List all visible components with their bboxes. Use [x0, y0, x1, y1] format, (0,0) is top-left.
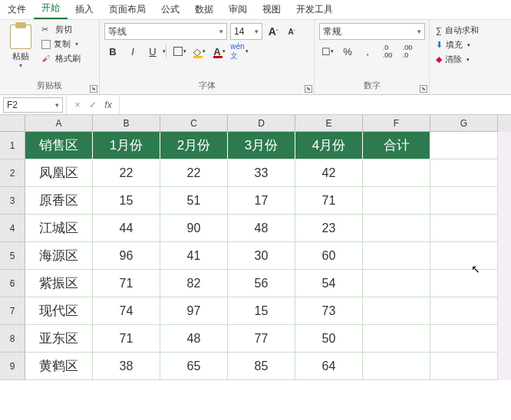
cell[interactable]: 现代区: [25, 297, 93, 325]
row-header[interactable]: 2: [0, 159, 25, 187]
cell[interactable]: 22: [160, 159, 228, 187]
tab-公式[interactable]: 公式: [153, 0, 187, 19]
cell[interactable]: [363, 353, 430, 380]
increase-font-button[interactable]: Aˆ: [265, 23, 281, 40]
paste-button[interactable]: 粘贴 ▾: [5, 23, 37, 71]
cell[interactable]: 56: [228, 270, 295, 297]
cell[interactable]: 1月份: [93, 132, 160, 159]
cell[interactable]: [430, 270, 498, 297]
cell[interactable]: 15: [93, 187, 160, 215]
font-dialog-launcher[interactable]: ⬊: [305, 85, 312, 93]
row-header[interactable]: 4: [0, 215, 25, 242]
decrease-decimal-button[interactable]: .00.0: [399, 43, 416, 60]
phonetic-button[interactable]: wén文▾: [231, 43, 248, 60]
cancel-formula-button[interactable]: ×: [71, 100, 84, 110]
fill-button[interactable]: ⬇填充▾: [434, 38, 498, 52]
column-header[interactable]: G: [430, 115, 498, 132]
cell[interactable]: 51: [160, 187, 228, 215]
bold-button[interactable]: B: [104, 43, 121, 60]
cell[interactable]: 亚东区: [25, 325, 93, 353]
cell[interactable]: 48: [228, 215, 295, 242]
select-all-corner[interactable]: [0, 115, 25, 132]
copy-button[interactable]: 复制▾: [40, 38, 82, 51]
cell[interactable]: 71: [93, 270, 160, 297]
row-header[interactable]: 5: [0, 242, 25, 270]
cell[interactable]: [363, 325, 430, 353]
percent-button[interactable]: %: [339, 43, 356, 60]
row-header[interactable]: 7: [0, 297, 25, 325]
cell[interactable]: [363, 270, 430, 297]
currency-button[interactable]: ☐▾: [319, 43, 336, 60]
cell[interactable]: 黄鹤区: [25, 353, 93, 380]
decrease-font-button[interactable]: Aˇ: [284, 23, 299, 40]
cell[interactable]: [430, 325, 498, 353]
row-header[interactable]: 1: [0, 132, 25, 159]
underline-button[interactable]: U▾: [144, 43, 161, 60]
tab-页面布局[interactable]: 页面布局: [101, 0, 153, 19]
number-dialog-launcher[interactable]: ⬊: [420, 85, 427, 93]
cell[interactable]: 48: [160, 325, 228, 353]
cell[interactable]: 销售区: [25, 132, 93, 159]
column-header[interactable]: E: [295, 115, 363, 132]
cell[interactable]: 82: [160, 270, 228, 297]
row-header[interactable]: 9: [0, 353, 25, 380]
number-format-select[interactable]: 常规▾: [319, 23, 425, 40]
cell[interactable]: [430, 159, 498, 187]
cell[interactable]: 60: [295, 242, 363, 270]
cell[interactable]: 90: [160, 215, 228, 242]
autosum-button[interactable]: ∑自动求和: [434, 23, 498, 38]
cell[interactable]: 96: [93, 242, 160, 270]
cell[interactable]: 73: [295, 297, 363, 325]
cell[interactable]: [363, 159, 430, 187]
font-color-button[interactable]: A▾: [211, 43, 228, 60]
formula-input[interactable]: [120, 97, 511, 113]
cell[interactable]: 41: [160, 242, 228, 270]
font-size-select[interactable]: 14▾: [230, 23, 262, 40]
font-name-select[interactable]: 等线▾: [104, 23, 227, 40]
cell[interactable]: 海源区: [25, 242, 93, 270]
tab-审阅[interactable]: 审阅: [221, 0, 255, 19]
row-header[interactable]: 8: [0, 325, 25, 353]
row-header[interactable]: 3: [0, 187, 25, 215]
cell[interactable]: [430, 187, 498, 215]
cell[interactable]: [430, 132, 498, 159]
cell[interactable]: 23: [295, 215, 363, 242]
cell[interactable]: 3月份: [228, 132, 295, 159]
cell[interactable]: 64: [295, 353, 363, 380]
tab-数据[interactable]: 数据: [187, 0, 221, 19]
column-header[interactable]: B: [93, 115, 160, 132]
cell[interactable]: 44: [93, 215, 160, 242]
column-header[interactable]: A: [25, 115, 93, 132]
cell[interactable]: [363, 242, 430, 270]
cell[interactable]: 紫振区: [25, 270, 93, 297]
clear-button[interactable]: ◆清除▾: [434, 52, 498, 67]
cell[interactable]: 65: [160, 353, 228, 380]
cell[interactable]: [430, 215, 498, 242]
cell[interactable]: 74: [93, 297, 160, 325]
tab-文件[interactable]: 文件: [0, 0, 34, 19]
cell[interactable]: 50: [295, 325, 363, 353]
comma-button[interactable]: ,: [359, 43, 376, 60]
fx-button[interactable]: fx: [102, 100, 114, 110]
cell[interactable]: 17: [228, 187, 295, 215]
cell[interactable]: 54: [295, 270, 363, 297]
column-header[interactable]: D: [228, 115, 295, 132]
cell[interactable]: 合计: [363, 132, 430, 159]
cell[interactable]: 22: [93, 159, 160, 187]
cell[interactable]: 2月份: [160, 132, 228, 159]
column-header[interactable]: F: [363, 115, 430, 132]
format-painter-button[interactable]: 🖌格式刷: [40, 52, 82, 65]
cell[interactable]: 凤凰区: [25, 159, 93, 187]
column-header[interactable]: C: [160, 115, 228, 132]
name-box[interactable]: F2▾: [3, 97, 63, 113]
cell[interactable]: 江城区: [25, 215, 93, 242]
cell[interactable]: 71: [295, 187, 363, 215]
cell[interactable]: [363, 297, 430, 325]
italic-button[interactable]: I: [124, 43, 141, 60]
cell[interactable]: 4月份: [295, 132, 363, 159]
tab-开始[interactable]: 开始: [34, 0, 68, 19]
cell[interactable]: 97: [160, 297, 228, 325]
cell[interactable]: 85: [228, 353, 295, 380]
cell[interactable]: [363, 187, 430, 215]
increase-decimal-button[interactable]: .0.00: [379, 43, 396, 60]
